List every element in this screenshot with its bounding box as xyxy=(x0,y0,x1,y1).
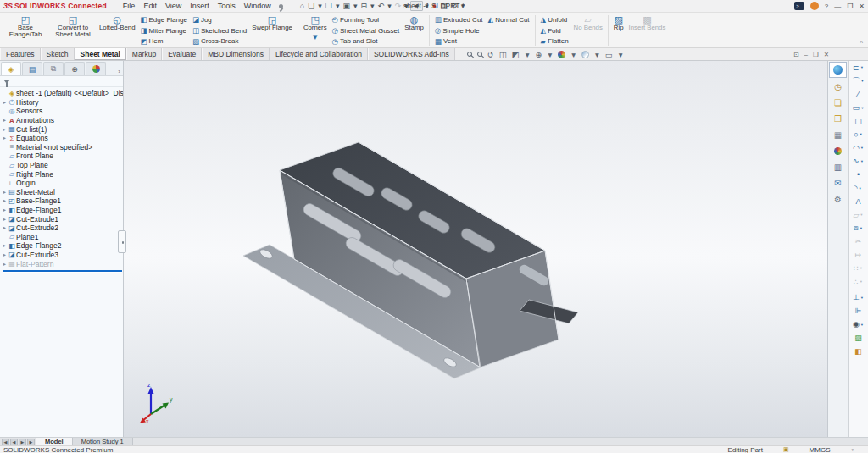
view-orientation-dropdown-icon[interactable] xyxy=(548,50,552,59)
corners-button[interactable]: Corners xyxy=(301,14,330,47)
menu-tools[interactable]: Tools xyxy=(218,2,236,10)
save-icon[interactable] xyxy=(342,2,350,10)
tab-features[interactable]: Features xyxy=(0,48,41,60)
print-dropdown-icon[interactable] xyxy=(370,2,375,10)
tree-item-equations[interactable]: Equations xyxy=(2,134,123,143)
help-icon[interactable]: ? xyxy=(825,3,828,10)
tab-dimxpertmanager[interactable] xyxy=(64,62,85,75)
tree-item-history[interactable]: History xyxy=(2,98,123,108)
first-tab-icon[interactable] xyxy=(2,439,9,445)
undo-dropdown-icon[interactable] xyxy=(387,2,392,10)
extruded-cut-button[interactable]: Extruded Cut xyxy=(432,14,486,25)
ribbon-collapse-chevron[interactable]: ^ xyxy=(860,39,863,47)
expand-arrow-icon[interactable] xyxy=(2,242,8,249)
tab-motion-study[interactable]: Motion Study 1 xyxy=(73,438,133,445)
zoom-to-area-icon[interactable] xyxy=(477,52,482,57)
unfold-button[interactable]: Unfold xyxy=(538,14,571,25)
lofted-bend-button[interactable]: Lofted-Bend xyxy=(97,14,137,47)
tab-and-slot-button[interactable]: Tab and Slot xyxy=(330,36,403,47)
tree-item-cut-extrude1[interactable]: Cut-Extrude1 xyxy=(2,214,123,224)
home-icon[interactable] xyxy=(300,2,304,10)
point-tool-button[interactable] xyxy=(849,168,868,181)
panel-splitter-handle[interactable] xyxy=(118,230,126,253)
expand-arrow-icon[interactable] xyxy=(2,224,8,231)
convert-entities-button[interactable] xyxy=(849,61,868,75)
dropdown-icon[interactable] xyxy=(861,79,863,83)
menu-file[interactable]: File xyxy=(123,2,136,10)
units-dropdown-icon[interactable] xyxy=(851,447,854,452)
hem-button[interactable]: Hem xyxy=(137,36,189,47)
tab-model[interactable]: Model xyxy=(36,438,73,445)
rectangle-tool-button[interactable] xyxy=(849,101,868,114)
tree-item-cut-extrude3[interactable]: Cut-Extrude3 xyxy=(2,251,123,260)
convert-to-sheet-metal-button[interactable]: Convert to Sheet Metal xyxy=(49,14,97,47)
forum-button[interactable] xyxy=(828,175,848,191)
dropdown-icon[interactable] xyxy=(860,132,862,136)
view-orientation-icon[interactable] xyxy=(535,50,542,59)
tab-solidworks-addins[interactable]: SOLIDWORKS Add-Ins xyxy=(368,48,455,60)
dropdown-icon[interactable] xyxy=(860,226,862,230)
expand-arrow-icon[interactable] xyxy=(2,189,8,196)
display-style-icon[interactable] xyxy=(512,50,520,59)
camera-button[interactable] xyxy=(849,318,868,331)
add-relation-button[interactable] xyxy=(849,291,868,305)
dropdown-icon[interactable] xyxy=(861,296,863,300)
launcher-icon[interactable]: >_ xyxy=(794,2,804,10)
dropdown-icon[interactable] xyxy=(861,106,863,110)
pin-menu-icon[interactable] xyxy=(279,4,283,8)
dropdown-icon[interactable] xyxy=(861,146,863,150)
sketched-bend-button[interactable]: Sketched Bend xyxy=(190,25,249,36)
tag-icon[interactable] xyxy=(783,446,789,453)
tree-item-front-plane[interactable]: Front Plane xyxy=(2,152,123,161)
expand-arrow-icon[interactable] xyxy=(2,216,8,223)
tab-markup[interactable]: Markup xyxy=(126,48,162,60)
print-icon[interactable] xyxy=(361,2,368,10)
next-tab-icon[interactable] xyxy=(19,439,26,445)
restore-icon[interactable] xyxy=(847,3,853,10)
dropdown-icon[interactable] xyxy=(861,159,863,163)
swept-flange-button[interactable]: Swept Flange xyxy=(249,14,295,47)
prev-tab-icon[interactable] xyxy=(10,439,18,445)
section-view-icon[interactable] xyxy=(499,50,507,59)
expand-arrow-icon[interactable] xyxy=(2,207,8,213)
tree-item-edge-flange2[interactable]: Edge-Flange2 xyxy=(2,241,123,251)
tab-sheet-metal[interactable]: Sheet Metal xyxy=(75,48,126,60)
view-palette-button[interactable] xyxy=(828,127,848,143)
view-settings-icon[interactable] xyxy=(605,50,613,59)
text-tool-button[interactable] xyxy=(849,195,868,208)
open-icon[interactable] xyxy=(326,2,332,10)
offset-entities-button[interactable] xyxy=(849,75,868,88)
tree-item-flat-pattern[interactable]: Flat-Pattern xyxy=(2,259,123,268)
line-tool-button[interactable] xyxy=(849,88,868,102)
simple-hole-button[interactable]: Simple Hole xyxy=(432,25,486,36)
custom-properties-button[interactable] xyxy=(828,159,848,175)
arc-tool-button[interactable] xyxy=(849,141,868,155)
undo-icon[interactable] xyxy=(378,2,385,10)
tab-evaluate[interactable]: Evaluate xyxy=(162,48,202,60)
jog-button[interactable]: Jog xyxy=(190,14,249,25)
tab-lifecycle-collaboration[interactable]: Lifecycle and Collaboration xyxy=(270,48,368,60)
sketch-picture-button[interactable] xyxy=(849,331,868,345)
tree-item-material[interactable]: Material <not specified> xyxy=(2,143,123,152)
menu-insert[interactable]: Insert xyxy=(190,2,209,10)
expand-arrow-icon[interactable] xyxy=(2,261,8,268)
display-style-dropdown-icon[interactable] xyxy=(526,50,530,59)
tree-item-origin[interactable]: Origin xyxy=(2,179,123,188)
solidworks-resources-button[interactable] xyxy=(828,79,848,95)
circle-tool-button[interactable] xyxy=(849,128,868,141)
edge-flange-button[interactable]: Edge Flange xyxy=(137,14,189,25)
tab-displaymanager[interactable] xyxy=(86,62,106,75)
open-dropdown-icon[interactable] xyxy=(336,2,340,10)
3dexperience-panel-button[interactable] xyxy=(829,62,847,78)
doc-minimize-icon[interactable] xyxy=(804,51,808,58)
expand-arrow-icon[interactable] xyxy=(2,126,8,133)
scene-dropdown-icon[interactable] xyxy=(595,50,599,59)
instant3d-button[interactable] xyxy=(849,222,868,235)
spline-tool-button[interactable] xyxy=(849,155,868,168)
stamp-button[interactable]: Stamp xyxy=(402,14,426,47)
tree-item-sensors[interactable]: Sensors xyxy=(2,107,123,116)
cross-break-button[interactable]: Cross-Break xyxy=(190,36,249,47)
tab-configurationmanager[interactable] xyxy=(43,62,64,75)
dropdown-icon[interactable] xyxy=(860,186,861,191)
addins-button[interactable] xyxy=(828,191,848,207)
